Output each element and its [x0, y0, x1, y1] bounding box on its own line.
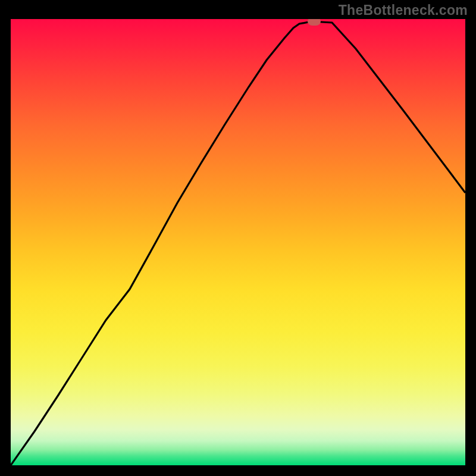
chart-outer-frame: TheBottleneck.com: [0, 0, 476, 476]
optimal-point-marker: [308, 19, 321, 26]
plot-area: [11, 19, 465, 465]
bottleneck-curve: [11, 21, 465, 465]
watermark-label: TheBottleneck.com: [339, 2, 468, 18]
curve-layer-svg: [11, 19, 465, 465]
